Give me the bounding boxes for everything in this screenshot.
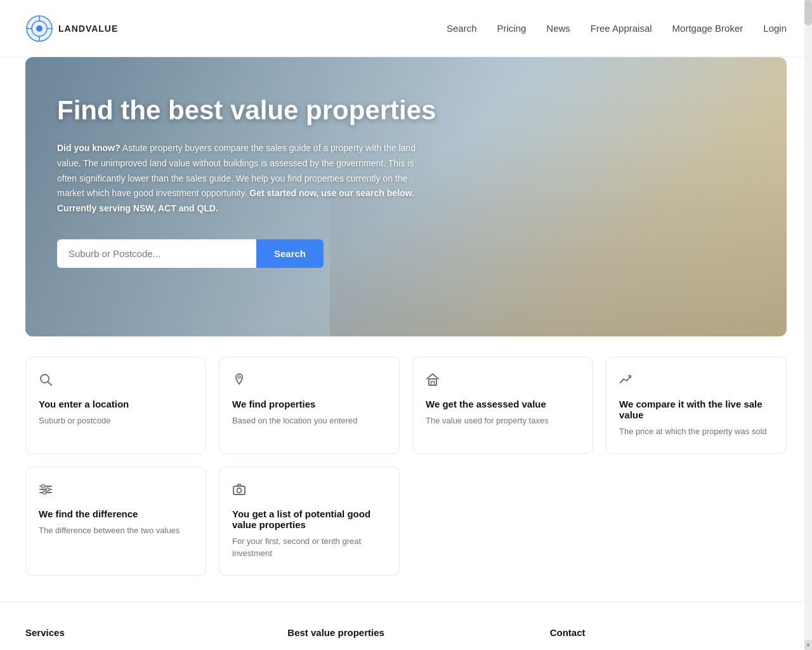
footer-col-services: Services (25, 627, 262, 640)
card-title-assessed: We get the assessed value (426, 399, 580, 409)
svg-point-17 (43, 491, 46, 494)
card-desc-compare: The price at which the property was sold (619, 425, 773, 438)
nav-link-news[interactable]: News (546, 23, 570, 34)
hero-section: Find the best value properties Did you k… (25, 57, 787, 336)
footer-col-properties: Best value properties (287, 627, 524, 640)
pin-icon (232, 373, 386, 390)
search-input[interactable] (57, 239, 256, 268)
hero-search-bar: Search (57, 239, 324, 268)
hero-content: Find the best value properties Did you k… (25, 57, 787, 293)
nav-link-search[interactable]: Search (447, 23, 477, 34)
card-desc-find: Based on the location you entered (232, 415, 386, 427)
hero-title: Find the best value properties (57, 95, 438, 126)
footer-services-title: Services (25, 627, 262, 638)
navbar: LANDVALUE Search Pricing News Free Appra… (0, 0, 812, 57)
card-desc-location: Suburb or postcode (39, 415, 193, 427)
footer-properties-title: Best value properties (287, 627, 524, 638)
nav-item-free-appraisal[interactable]: Free Appraisal (591, 23, 652, 34)
card-list-properties: You get a list of potential good value p… (219, 467, 400, 576)
nav-item-mortgage-broker[interactable]: Mortgage Broker (672, 23, 743, 34)
card-title-location: You enter a location (39, 399, 193, 409)
footer-section: Services Best value properties Contact (0, 601, 812, 651)
cards-row-1: You enter a location Suburb or postcode … (25, 357, 787, 454)
svg-point-2 (36, 25, 43, 32)
svg-point-15 (42, 484, 45, 488)
nav-link-pricing[interactable]: Pricing (497, 23, 526, 34)
logo-text: LANDVALUE (58, 23, 118, 34)
nav-link-login[interactable]: Login (763, 23, 787, 34)
nav-links: Search Pricing News Free Appraisal Mortg… (447, 23, 787, 34)
search-icon (39, 373, 193, 390)
nav-item-news[interactable]: News (546, 23, 570, 34)
card-compare-sale: We compare it with the live sale value T… (606, 357, 787, 454)
svg-line-8 (48, 382, 52, 386)
scroll-thumb[interactable] (804, 0, 812, 25)
card-assessed-value: We get the assessed value The value used… (412, 357, 593, 454)
footer-contact-title: Contact (550, 627, 787, 638)
logo[interactable]: LANDVALUE (25, 15, 118, 43)
card-enter-location: You enter a location Suburb or postcode (25, 357, 206, 454)
card-desc-assessed: The value used for property taxes (426, 415, 580, 427)
card-find-difference: We find the difference The difference be… (25, 467, 206, 576)
nav-link-mortgage-broker[interactable]: Mortgage Broker (672, 23, 743, 34)
search-button[interactable]: Search (256, 239, 324, 268)
card-find-properties: We find properties Based on the location… (219, 357, 400, 454)
scrollbar[interactable]: ▲ ▼ (804, 0, 812, 650)
card-title-list: You get a list of potential good value p… (232, 508, 386, 530)
cards-row-2: We find the difference The difference be… (25, 467, 787, 576)
card-desc-list: For your first, second or tenth great in… (232, 535, 386, 560)
footer-col-contact: Contact (550, 627, 787, 640)
card-desc-difference: The difference between the two values (39, 524, 193, 537)
card-title-difference: We find the difference (39, 508, 193, 519)
svg-rect-10 (429, 379, 436, 385)
svg-point-19 (237, 488, 242, 493)
card-title-compare: We compare it with the live sale value (619, 399, 773, 420)
hero-desc-prefix: Did you know? (57, 143, 121, 153)
svg-point-9 (238, 376, 240, 378)
nav-link-free-appraisal[interactable]: Free Appraisal (591, 23, 652, 34)
sliders-icon (39, 482, 193, 500)
cards-section: You enter a location Suburb or postcode … (0, 336, 812, 601)
logo-icon (25, 15, 53, 43)
home-icon (426, 373, 580, 390)
nav-item-pricing[interactable]: Pricing (497, 23, 526, 34)
scroll-arrow-down[interactable]: ▼ (804, 640, 812, 650)
nav-item-search[interactable]: Search (447, 23, 477, 34)
svg-point-16 (46, 488, 49, 491)
card-title-find: We find properties (232, 399, 386, 409)
nav-item-login[interactable]: Login (763, 23, 787, 34)
svg-rect-18 (233, 486, 245, 494)
camera-icon (232, 482, 386, 500)
hero-description: Did you know? Astute property buyers com… (57, 141, 425, 216)
chart-icon (619, 373, 773, 390)
